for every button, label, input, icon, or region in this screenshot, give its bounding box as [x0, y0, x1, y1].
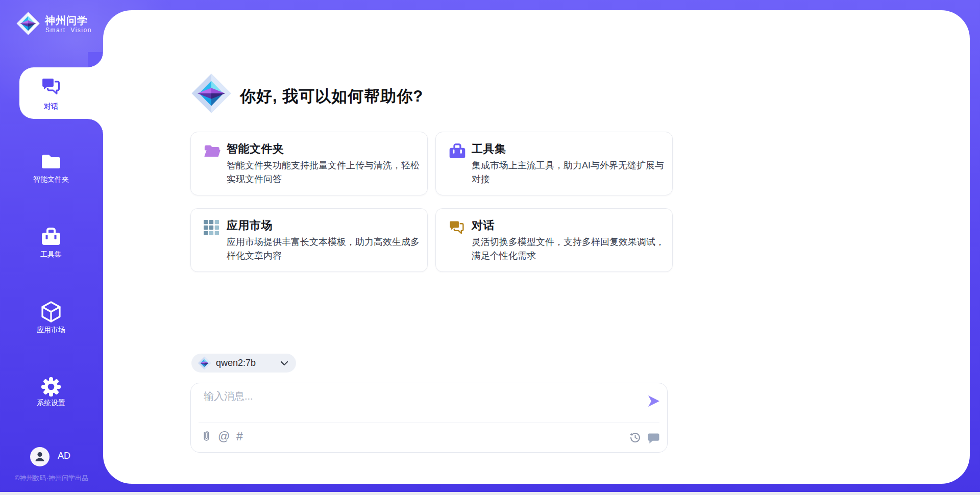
- sidebar-item-settings[interactable]: [0, 377, 102, 399]
- app-window: 神州问学 Smart Vision 对话 智能文件夹: [0, 0, 980, 495]
- brand-name: 神州问学: [45, 14, 88, 28]
- user-profile[interactable]: AD: [0, 445, 103, 468]
- brand-diamond-icon: [16, 11, 40, 36]
- hash-icon[interactable]: #: [236, 430, 243, 442]
- feature-card-smart-folder[interactable]: 智能文件夹 智能文件夹功能支持批量文件上传与清洗，轻松实现文件问答: [190, 132, 428, 195]
- grid-icon: [204, 220, 222, 236]
- card-description: 集成市场上主流工具，助力AI与外界无缝扩展与对接: [472, 159, 672, 186]
- feature-card-app-market[interactable]: 应用市场 应用市场提供丰富长文本模板，助力高效生成多样化文章内容: [190, 208, 428, 272]
- send-arrow-icon[interactable]: [647, 394, 662, 409]
- history-icon[interactable]: [630, 432, 641, 443]
- model-diamond-icon: [198, 356, 211, 370]
- chat-bubbles-icon: [449, 220, 467, 236]
- sidebar: 神州问学 Smart Vision 对话 智能文件夹: [0, 0, 103, 495]
- feature-card-toolkit[interactable]: 工具集 集成市场上主流工具，助力AI与外界无缝扩展与对接: [435, 132, 673, 195]
- toolbox-icon: [449, 143, 467, 160]
- sidebar-item-toolkit-label[interactable]: 工具集: [0, 250, 102, 259]
- sidebar-item-settings-label[interactable]: 系统设置: [0, 399, 102, 408]
- feature-card-chat[interactable]: 对话 灵活切换多模型文件，支持多样回复效果调试，满足个性化需求: [435, 208, 673, 272]
- chat-filled-icon[interactable]: [648, 433, 659, 443]
- content-column: 你好, 我可以如何帮助你? 智能文件夹 智能文件夹功能支持批量文件上传与清洗，轻…: [190, 0, 673, 495]
- sidebar-item-smart-folder-label[interactable]: 智能文件夹: [0, 175, 102, 184]
- avatar: [30, 447, 50, 466]
- sidebar-item-smart-folder[interactable]: [0, 153, 102, 172]
- copyright-text: ©神州数码·神州问学出品: [0, 474, 103, 483]
- sidebar-item-chat[interactable]: [0, 77, 102, 97]
- folder-icon: [40, 153, 62, 170]
- cube-icon: [40, 301, 62, 324]
- tab-fillet-bottom: [88, 119, 103, 134]
- message-input-box: @ #: [190, 383, 668, 453]
- card-title: 对话: [472, 218, 495, 233]
- model-selector[interactable]: qwen2:7b: [191, 354, 296, 373]
- card-description: 应用市场提供丰富长文本模板，助力高效生成多样化文章内容: [227, 235, 427, 263]
- gear-icon: [41, 377, 61, 397]
- card-title: 工具集: [472, 141, 506, 157]
- toolbox-icon: [41, 228, 61, 246]
- mention-icon[interactable]: @: [218, 430, 230, 442]
- brand-logo-block: 神州问学 Smart Vision: [0, 0, 103, 46]
- brand-subtitle: Smart Vision: [45, 27, 92, 34]
- chat-bubbles-icon: [41, 77, 61, 95]
- model-name: qwen2:7b: [216, 354, 256, 373]
- sidebar-item-app-market-label[interactable]: 应用市场: [0, 326, 102, 335]
- greeting-diamond-icon: [190, 72, 232, 114]
- tab-fillet-top: [88, 52, 103, 67]
- message-input[interactable]: [204, 389, 632, 419]
- card-description: 智能文件夹功能支持批量文件上传与清洗，轻松实现文件问答: [227, 159, 427, 186]
- sidebar-item-chat-label[interactable]: 对话: [0, 102, 102, 111]
- sidebar-item-app-market[interactable]: [0, 301, 102, 326]
- sidebar-item-toolkit[interactable]: [0, 228, 102, 248]
- window-bottom-edge: [0, 492, 980, 495]
- card-title: 智能文件夹: [227, 141, 284, 157]
- person-icon: [33, 450, 46, 463]
- card-description: 灵活切换多模型文件，支持多样回复效果调试，满足个性化需求: [472, 235, 672, 263]
- paperclip-icon[interactable]: [202, 430, 211, 442]
- card-title: 应用市场: [227, 218, 273, 233]
- folder-open-icon: [204, 143, 222, 160]
- greeting-text: 你好, 我可以如何帮助你?: [240, 86, 423, 107]
- input-divider: [199, 423, 659, 423]
- chevron-down-icon: [281, 361, 288, 365]
- user-name: AD: [58, 451, 70, 461]
